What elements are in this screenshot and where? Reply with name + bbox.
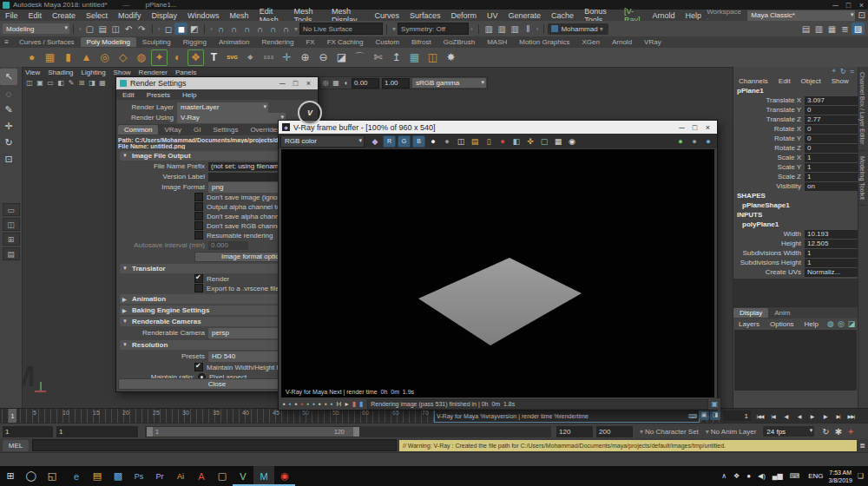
vfb-panel-icon[interactable]: ▪ xyxy=(283,400,286,408)
tray-onedrive-icon[interactable]: ● xyxy=(746,472,751,480)
shelf-icon[interactable]: ◫ xyxy=(424,49,441,66)
current-frame-marker[interactable]: 1 xyxy=(9,409,16,423)
menu-item[interactable]: Cache xyxy=(546,11,579,20)
range-start-handle[interactable] xyxy=(147,427,153,437)
panel-menu-item[interactable]: View xyxy=(25,69,40,76)
input-node-name[interactable]: polyPlane1 xyxy=(733,220,858,229)
frame-buffer-tool-icon[interactable]: R xyxy=(383,135,396,148)
frame-buffer-dock-icon[interactable]: ▣ xyxy=(711,400,718,408)
four-pane-layout-button[interactable]: ⊞ xyxy=(3,233,20,246)
layer-list[interactable] xyxy=(734,330,857,391)
channel-value-field[interactable]: 2.77 xyxy=(805,115,858,124)
close-button[interactable]: × xyxy=(701,123,714,132)
shelf-tab[interactable]: Curves / Surfaces xyxy=(13,37,81,47)
taskbar-app[interactable]: ▩ xyxy=(108,466,128,486)
task-view-button[interactable]: ◱ xyxy=(42,466,62,486)
animation-start-field[interactable]: 1 xyxy=(3,426,53,437)
scale-tool[interactable]: ⊡ xyxy=(0,151,17,167)
menu-item[interactable]: Surfaces xyxy=(404,11,446,20)
action-center-button[interactable]: ❏ xyxy=(858,472,864,480)
anim-layer-selector[interactable]: No Anim Layer xyxy=(711,428,756,436)
node-name[interactable]: pPlane1 xyxy=(733,86,858,95)
export-vrscene-checkbox[interactable] xyxy=(194,284,203,292)
channel-value-field[interactable]: 0 xyxy=(805,125,858,134)
channel-label[interactable]: Translate X xyxy=(733,96,805,104)
channel-label[interactable]: Scale Z xyxy=(733,173,805,181)
character-set-selector[interactable]: No Character Set xyxy=(645,428,699,436)
shelf-icon[interactable]: ◇ xyxy=(115,49,131,66)
shelf-icon[interactable]: ▲ xyxy=(78,49,95,66)
frame-buffer-tool-icon[interactable]: ◆ xyxy=(369,135,381,147)
menu-item[interactable]: Layers xyxy=(733,320,765,328)
go-to-start-button[interactable]: |◀◀ xyxy=(753,410,766,422)
step-forward-frame-button[interactable]: |▶ xyxy=(819,410,832,422)
save-scene-icon[interactable]: ◫ xyxy=(109,23,122,35)
shelf-icon[interactable]: ⊕ xyxy=(297,49,313,66)
shelf-icon[interactable]: ◐ xyxy=(169,49,186,66)
menu-item[interactable]: Object xyxy=(796,77,826,85)
new-empty-layer-icon[interactable]: ◪ xyxy=(848,319,856,328)
layer-playback-icon[interactable]: ◎ xyxy=(838,319,845,328)
image-plane-icon[interactable]: ▭ xyxy=(45,76,56,89)
channel-label[interactable]: Translate Z xyxy=(733,115,805,123)
channel-dropdown[interactable]: RGB color xyxy=(280,135,365,148)
shelf-icon[interactable]: ⌖ xyxy=(242,49,259,66)
shelf-tab[interactable]: Rigging xyxy=(177,37,213,47)
frame-buffer-tool-icon[interactable]: ◉ xyxy=(566,135,578,147)
frame-buffer-tool-icon[interactable]: ◧ xyxy=(510,135,523,147)
layer-editor-tab[interactable]: Anim xyxy=(768,308,796,318)
channel-label[interactable]: Rotate Z xyxy=(733,144,805,152)
channel-value-field[interactable]: 3.097 xyxy=(805,96,858,105)
workspace-dropdown[interactable]: Maya Classic* xyxy=(747,10,855,21)
shelf-tab[interactable]: FX Caching xyxy=(321,37,370,47)
vfb-bars2-icon[interactable]: ▮ xyxy=(359,400,363,408)
two-pane-layout-button[interactable]: ◫ xyxy=(3,218,20,231)
language-indicator[interactable]: ENG xyxy=(808,472,823,480)
render-checkbox[interactable] xyxy=(194,274,203,283)
maximize-button[interactable]: □ xyxy=(688,123,701,132)
menu-item[interactable]: Select xyxy=(81,11,113,20)
menu-item[interactable]: Presets xyxy=(141,91,176,99)
rotate-tool[interactable]: ↻ xyxy=(0,135,17,151)
shelf-tab[interactable]: Bifrost xyxy=(405,37,437,47)
animation-end-field[interactable]: 200 xyxy=(596,426,633,437)
taskbar-app[interactable]: e xyxy=(66,466,87,486)
snap-projected-center-icon[interactable]: ∩ xyxy=(253,23,266,35)
channel-value-field[interactable]: 0 xyxy=(805,135,858,143)
humanik-toggle-icon[interactable]: ▥ xyxy=(812,23,825,35)
snap-point-icon[interactable]: ∩ xyxy=(240,23,253,35)
play-backwards-button[interactable]: ◀ xyxy=(792,410,806,422)
shelf-icon[interactable]: ▦ xyxy=(42,49,58,66)
frame-buffer-tool-icon[interactable]: ◫ xyxy=(455,135,467,147)
taskbar-app[interactable]: ◉ xyxy=(274,466,295,486)
channel-label[interactable]: Scale Y xyxy=(733,163,805,171)
channel-label[interactable]: Rotate Y xyxy=(733,135,805,142)
menu-item[interactable]: Display xyxy=(147,11,183,20)
tool-settings-toggle-icon[interactable]: ≣ xyxy=(838,23,852,35)
range-end-handle[interactable] xyxy=(353,427,359,437)
range-slider-track[interactable]: 1 120 xyxy=(145,426,551,437)
fps-dropdown[interactable]: 24 fps xyxy=(763,426,814,437)
undo-icon[interactable]: ↶ xyxy=(122,23,135,35)
shelf-tab[interactable]: VRay xyxy=(638,37,667,47)
menu-item[interactable]: Edit xyxy=(23,11,48,20)
vfb-grid-icon[interactable]: ▪ xyxy=(331,400,333,408)
shelf-icon[interactable]: ✄ xyxy=(370,49,386,66)
go-to-end-button[interactable]: ▶▶| xyxy=(845,410,858,422)
menu-item[interactable]: Help xyxy=(681,11,707,20)
checkbox[interactable] xyxy=(194,193,203,201)
menu-item[interactable]: Channels xyxy=(733,77,773,85)
grid-toggle-icon[interactable]: ⊞ xyxy=(76,76,87,89)
checkbox[interactable] xyxy=(194,212,203,220)
menu-item[interactable]: Arnold xyxy=(648,11,681,20)
frame-buffer-tool-icon[interactable]: ● xyxy=(441,135,453,147)
shelf-icon[interactable]: ◍ xyxy=(133,49,149,66)
attribute-editor-toggle-icon[interactable]: ▦ xyxy=(825,23,838,35)
frame-buffer-tool-icon[interactable]: ▤ xyxy=(469,135,481,147)
taskbar-app[interactable]: V xyxy=(233,466,253,486)
outliner-pane-layout-button[interactable]: ▤ xyxy=(3,247,20,260)
snap-view-plane-icon[interactable]: ∩ xyxy=(266,23,279,35)
channel-label[interactable]: Visibility xyxy=(733,182,805,190)
clock[interactable]: 7:53 AM 3/8/2019 xyxy=(829,469,852,484)
paint-select-tool[interactable]: ✎ xyxy=(0,102,17,118)
